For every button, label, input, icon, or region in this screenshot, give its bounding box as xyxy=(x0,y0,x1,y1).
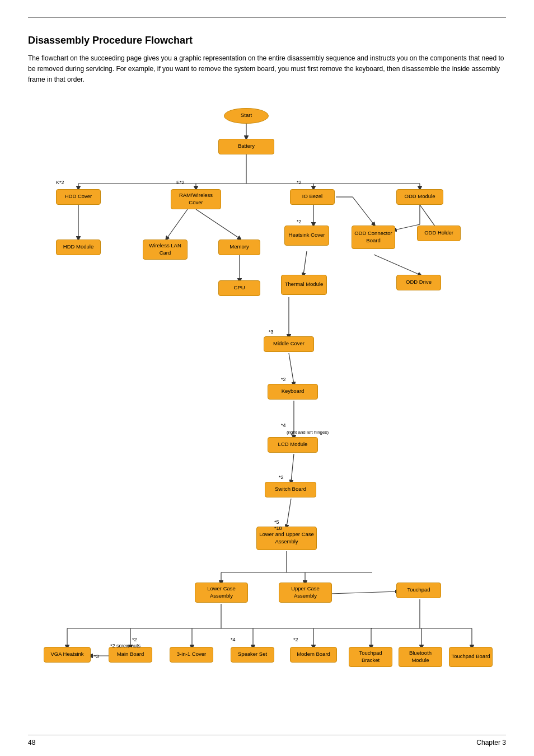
touchpad-box: Touchpad xyxy=(396,583,441,598)
label-18: *18 xyxy=(274,525,282,531)
label-3b: *3 xyxy=(94,654,99,659)
svg-line-17 xyxy=(303,251,307,275)
page-title: Disassembly Procedure Flowchart xyxy=(28,35,506,46)
upper-case-box: Upper Case Assembly xyxy=(279,583,332,603)
label-3a: *3 xyxy=(269,329,274,335)
label-e2: E*2 xyxy=(176,180,185,185)
intro-text: The flowchart on the succeeding page giv… xyxy=(28,53,506,86)
hdd-module-box: HDD Module xyxy=(56,240,101,255)
label-2a: *2 xyxy=(297,180,302,185)
svg-line-21 xyxy=(289,353,294,384)
page: Disassembly Procedure Flowchart The flow… xyxy=(0,17,534,756)
odd-module-box: ODD Module xyxy=(396,189,443,205)
wireless-lan-box: Wireless LAN Card xyxy=(143,240,188,260)
lcd-module-box: LCD Module xyxy=(268,437,318,453)
touchpad-board-box: Touchpad Board xyxy=(449,647,493,667)
footer-chapter: Chapter 3 xyxy=(476,739,506,746)
svg-line-10 xyxy=(196,209,240,238)
vga-heatsink-box: VGA Heatsink xyxy=(44,647,91,663)
footer: 48 Chapter 3 xyxy=(0,735,534,746)
io-bezel-box: IO Bezel xyxy=(290,189,335,205)
label-4a: *4 xyxy=(281,422,286,428)
label-2f: *2 xyxy=(293,637,298,642)
label-k2: K*2 xyxy=(56,180,64,185)
svg-line-19 xyxy=(374,255,420,275)
start-box: Start xyxy=(224,108,269,124)
battery-box: Battery xyxy=(218,139,274,154)
label-2d: *2 xyxy=(279,475,284,480)
modem-board-box: Modem Board xyxy=(290,647,337,663)
odd-connector-box: ODD Connector Board xyxy=(352,226,395,249)
main-board-box: Main Board xyxy=(109,647,152,663)
flowchart: Start Battery HDD Cover RAM/Wireless Cov… xyxy=(28,102,509,696)
svg-line-13 xyxy=(353,197,374,224)
switch-board-box: Switch Board xyxy=(265,482,316,497)
svg-line-24 xyxy=(287,499,291,527)
ram-cover-box: RAM/Wireless Cover xyxy=(171,189,221,209)
keyboard-box: Keyboard xyxy=(268,384,318,400)
svg-line-15 xyxy=(395,224,420,230)
label-screw-nuts: *2 screw nuts xyxy=(110,643,140,649)
cpu-box: CPU xyxy=(218,280,260,296)
speaker-set-box: Speaker Set xyxy=(231,647,274,663)
content: Disassembly Procedure Flowchart The flow… xyxy=(0,18,534,729)
footer-page: 48 xyxy=(28,739,35,746)
svg-line-29 xyxy=(330,591,397,594)
label-2c: *2 xyxy=(281,377,286,382)
middle-cover-box: Middle Cover xyxy=(264,336,314,352)
3in1-cover-box: 3-in-1 Cover xyxy=(170,647,213,663)
touchpad-bracket-box: Touchpad Bracket xyxy=(349,647,392,667)
svg-line-23 xyxy=(291,454,294,482)
label-5: *5 xyxy=(274,519,279,525)
label-hinges: (right and left hinges) xyxy=(287,430,329,435)
lower-case-box: Lower Case Assembly xyxy=(195,583,248,603)
label-4b: *4 xyxy=(231,637,236,642)
label-2e: *2 xyxy=(132,637,137,642)
memory-box: Memory xyxy=(218,240,260,255)
odd-drive-box: ODD Drive xyxy=(396,275,441,290)
hdd-cover-box: HDD Cover xyxy=(56,189,101,205)
bluetooth-box: Bluetooth Module xyxy=(399,647,442,667)
label-2b: *2 xyxy=(297,219,302,224)
svg-line-9 xyxy=(167,209,188,238)
thermal-module-box: Thermal Module xyxy=(281,275,327,295)
odd-holder-box: ODD Holder xyxy=(417,226,461,241)
heatsink-cover-box: Heatsink Cover xyxy=(284,226,329,246)
lower-upper-case-box: Lower and Upper Case Assembly xyxy=(256,527,317,550)
